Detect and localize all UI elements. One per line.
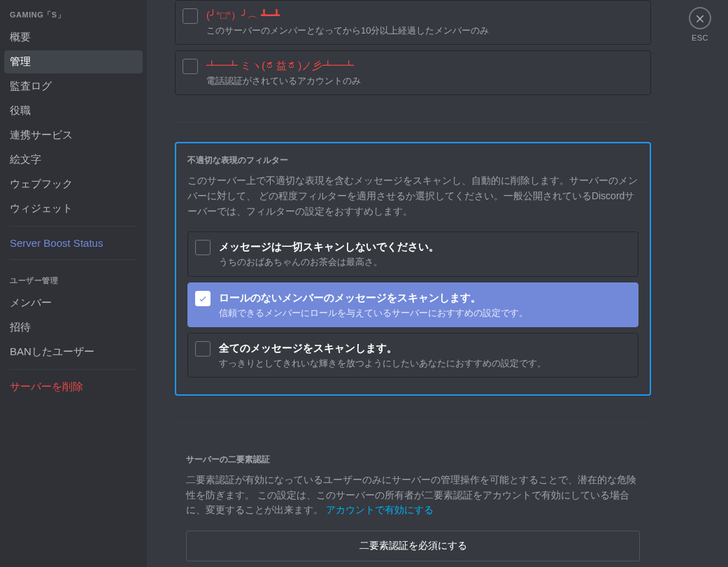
checkbox-checked[interactable] bbox=[195, 291, 210, 306]
sidebar-item-boost[interactable]: Server Boost Status bbox=[4, 232, 143, 254]
filter-option-no-role[interactable]: ロールのないメンバーのメッセージをスキャンします。 信頼できるメンバーにロールを… bbox=[187, 282, 638, 327]
section-title: 不適切な表現のフィルター bbox=[187, 155, 638, 166]
sidebar-header: GAMING「S」 bbox=[4, 0, 143, 24]
twofa-panel: サーバーの二要素認証 二要素認証が有効になっているユーザーのみにサーバーの管理操… bbox=[175, 443, 651, 567]
section-description: このサーバー上で不適切な表現を含むメッセージをスキャンし、自動的に削除します。サ… bbox=[187, 173, 638, 219]
sidebar-item-emoji[interactable]: 絵文字 bbox=[4, 148, 143, 171]
divider bbox=[10, 259, 137, 260]
sidebar-item-delete-server[interactable]: サーバーを削除 bbox=[4, 375, 143, 399]
divider bbox=[10, 369, 137, 370]
filter-option-none[interactable]: メッセージは一切スキャンしないでください。 うちのおばあちゃんのお茶会は最高さ。 bbox=[187, 231, 638, 276]
close-label: ESC bbox=[692, 34, 708, 42]
filter-option-all[interactable]: 全てのメッセージをスキャンします。 すっきりとしてきれいな輝きを放つようにしたい… bbox=[187, 333, 638, 378]
enable-2fa-link[interactable]: アカウントで有効にする bbox=[326, 504, 434, 515]
option-subtitle: うちのおばあちゃんのお茶会は最高さ。 bbox=[219, 256, 631, 268]
section-title: サーバーの二要素認証 bbox=[186, 454, 640, 466]
option-title: メッセージは一切スキャンしないでください。 bbox=[219, 239, 631, 254]
sidebar-header-users: ユーザー管理 bbox=[4, 266, 143, 290]
divider bbox=[175, 122, 651, 122]
sidebar-item-moderation[interactable]: 管理 bbox=[4, 50, 143, 73]
sidebar-item-overview[interactable]: 概要 bbox=[4, 26, 143, 49]
sidebar-item-widget[interactable]: ウィジェット bbox=[4, 197, 143, 220]
checkbox[interactable] bbox=[183, 59, 198, 74]
verification-option-double-flip[interactable]: ┻━┻ ミヽ(ಠ益ಠ)ノ彡┻━┻ 電話認証がされているアカウントのみ bbox=[175, 50, 651, 95]
section-description: 二要素認証が有効になっているユーザーのみにサーバーの管理操作を可能とすることで、… bbox=[186, 473, 640, 518]
explicit-filter-panel: 不適切な表現のフィルター このサーバー上で不適切な表現を含むメッセージをスキャン… bbox=[175, 142, 651, 396]
checkbox[interactable] bbox=[183, 8, 198, 24]
option-subtitle: このサーバーのメンバーとなってから10分以上経過したメンバーのみ bbox=[206, 24, 643, 37]
checkbox[interactable] bbox=[195, 341, 210, 357]
option-subtitle: すっきりとしてきれいな輝きを放つようにしたいあなたにおすすめの設定です。 bbox=[219, 357, 631, 370]
sidebar-item-integrations[interactable]: 連携サービス bbox=[4, 124, 143, 147]
sidebar-item-invites[interactable]: 招待 bbox=[4, 316, 143, 339]
sidebar-item-webhooks[interactable]: ウェブフック bbox=[4, 173, 143, 196]
option-title: (╯°□°）╯︵ ┻━┻ bbox=[206, 8, 643, 22]
close-icon bbox=[694, 13, 706, 24]
option-subtitle: 信頼できるメンバーにロールを与えているサーバーにおすすめの設定です。 bbox=[219, 307, 631, 320]
verification-option-table-flip[interactable]: (╯°□°）╯︵ ┻━┻ このサーバーのメンバーとなってから10分以上経過したメ… bbox=[175, 0, 651, 45]
divider bbox=[10, 226, 137, 227]
require-2fa-button[interactable]: 二要素認証を必須にする bbox=[186, 531, 640, 561]
close-area: ESC bbox=[672, 0, 728, 567]
option-title: ┻━┻ ミヽ(ಠ益ಠ)ノ彡┻━┻ bbox=[206, 58, 643, 73]
sidebar-item-bans[interactable]: BANしたユーザー bbox=[4, 340, 143, 364]
sidebar-item-members[interactable]: メンバー bbox=[4, 292, 143, 315]
option-title: 全てのメッセージをスキャンします。 bbox=[219, 340, 631, 355]
close-button[interactable] bbox=[689, 7, 711, 29]
sidebar-item-roles[interactable]: 役職 bbox=[4, 99, 143, 122]
settings-sidebar: GAMING「S」 概要 管理 監査ログ 役職 連携サービス 絵文字 ウェブフッ… bbox=[0, 0, 147, 567]
option-subtitle: 電話認証がされているアカウントのみ bbox=[206, 75, 643, 87]
checkbox[interactable] bbox=[195, 240, 210, 255]
sidebar-item-audit-log[interactable]: 監査ログ bbox=[4, 75, 143, 98]
main-content: (╯°□°）╯︵ ┻━┻ このサーバーのメンバーとなってから10分以上経過したメ… bbox=[147, 0, 672, 567]
divider bbox=[175, 422, 651, 423]
option-title: ロールのないメンバーのメッセージをスキャンします。 bbox=[219, 290, 631, 305]
